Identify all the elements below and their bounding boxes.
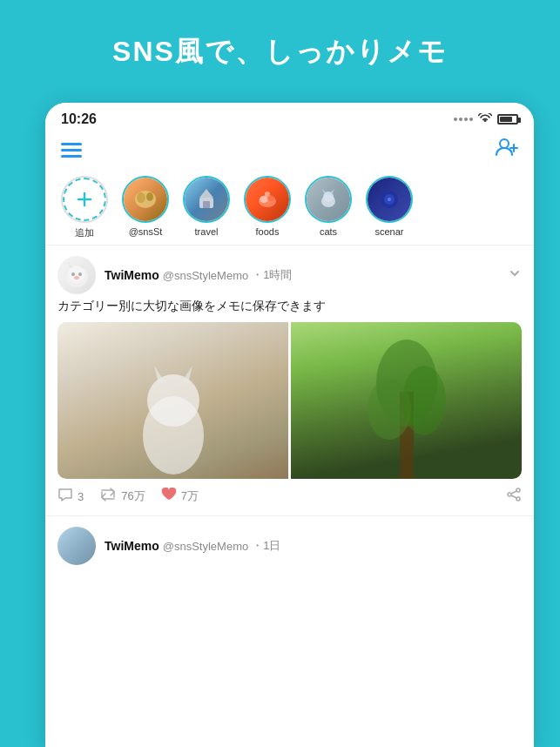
story-avatar-foods [244,176,291,223]
post-2-meta-container: TwiMemo @snsStyleMemo ・1日 [105,538,280,554]
post-1-image-right[interactable] [291,322,522,479]
story-label-travel: travel [195,226,219,237]
story-avatar-add [61,176,108,223]
svg-marker-24 [68,261,73,268]
divider-1 [45,245,534,246]
svg-rect-10 [203,201,210,208]
story-item-add[interactable]: 追加 [54,176,115,239]
like-count: 7万 [181,488,199,504]
post-1-chevron[interactable] [508,266,522,284]
svg-point-13 [267,196,274,201]
signal-dot-1 [454,118,457,121]
story-label-sns: @snsSt [129,226,163,237]
battery-icon [497,114,518,124]
svg-point-26 [71,273,75,276]
post-2-avatar[interactable] [57,527,96,565]
post-1-time: ・1時間 [252,267,292,283]
post-2-name: TwiMemo [105,539,159,553]
story-label-cats: cats [320,226,337,237]
svg-point-30 [147,374,199,427]
like-icon [161,488,177,505]
story-img-cats [307,178,350,221]
story-item-sns[interactable]: @snsSt [115,176,176,239]
status-bar: 10:26 [45,103,534,132]
add-circle [63,178,106,221]
comment-count: 3 [78,490,84,503]
hero-title: SNS風で、しっかりメモ [0,33,560,71]
post-1-meta: TwiMemo @snsStyleMemo ・1時間 [105,267,499,283]
status-time: 10:26 [61,111,97,127]
svg-marker-17 [322,189,327,193]
story-img-foods [246,178,289,221]
svg-marker-25 [80,261,85,268]
story-img-sns [124,178,167,221]
hamburger-line-1 [61,143,82,145]
action-like[interactable]: 7万 [161,488,199,505]
svg-point-7 [146,192,153,201]
post-2: TwiMemo @snsStyleMemo ・1日 [45,518,534,565]
device-frame: 10:26 [45,103,534,747]
story-avatar-travel [183,176,230,223]
signal-dot-3 [464,118,468,121]
signal-dot-4 [469,118,473,121]
hamburger-menu-icon[interactable] [61,143,82,158]
svg-line-40 [511,491,516,494]
post-1: TwiMemo @snsStyleMemo ・1時間 カテゴリー別に大切な画像を… [45,247,534,514]
svg-point-12 [260,196,268,203]
post-1-images [57,322,522,479]
status-icons [454,112,518,126]
wifi-icon [478,112,492,126]
svg-point-28 [74,276,79,279]
svg-point-36 [402,366,446,435]
svg-marker-31 [154,366,165,383]
signal-dot-2 [459,118,462,121]
svg-point-16 [323,192,334,202]
signal-dots [454,118,473,121]
svg-marker-32 [182,366,192,383]
post-2-handle: @snsStyleMemo [163,540,248,553]
svg-point-23 [68,266,85,283]
retweet-count: 76万 [121,488,145,504]
story-item-travel[interactable]: travel [176,176,237,239]
story-label-scenar: scenar [374,226,403,237]
share-icon [506,488,522,505]
hamburger-line-2 [61,149,82,151]
post-1-image-left[interactable] [57,322,288,479]
svg-point-38 [516,497,520,501]
action-share[interactable] [506,488,522,505]
svg-point-37 [516,488,520,492]
post-1-meta-container: TwiMemo @snsStyleMemo ・1時間 [105,267,499,283]
story-img-scenar [368,178,411,221]
svg-point-14 [265,192,270,197]
hamburger-line-3 [61,155,82,158]
svg-point-6 [137,192,145,203]
post-1-handle: @snsStyleMemo [163,269,248,282]
story-avatar-cats [305,176,352,223]
stories-row: 追加 @snsSt [45,169,534,243]
post-2-meta: TwiMemo @snsStyleMemo ・1日 [105,538,280,554]
action-retweet[interactable]: 76万 [99,488,145,505]
story-item-scenar[interactable]: scenar [359,176,420,239]
divider-2 [45,515,534,516]
svg-line-41 [511,495,516,498]
svg-point-27 [78,273,82,276]
svg-marker-9 [199,189,213,198]
story-item-foods[interactable]: foods [237,176,298,239]
story-avatar-scenar [366,176,413,223]
post-2-header: TwiMemo @snsStyleMemo ・1日 [57,527,522,565]
top-nav [45,132,534,169]
svg-point-21 [388,198,391,201]
post-1-avatar[interactable] [57,256,96,294]
story-item-cats[interactable]: cats [298,176,359,239]
comment-icon [57,488,73,505]
post-2-time: ・1日 [252,538,280,554]
svg-point-0 [500,139,509,148]
post-1-header: TwiMemo @snsStyleMemo ・1時間 [57,256,522,294]
story-img-travel [185,178,228,221]
add-user-button[interactable] [496,138,518,162]
story-label-foods: foods [256,226,280,237]
story-label-add: 追加 [75,226,94,239]
post-1-text: カテゴリー別に大切な画像をメモに保存できます [57,298,522,315]
action-comment[interactable]: 3 [57,488,84,505]
post-1-name: TwiMemo [105,268,159,282]
